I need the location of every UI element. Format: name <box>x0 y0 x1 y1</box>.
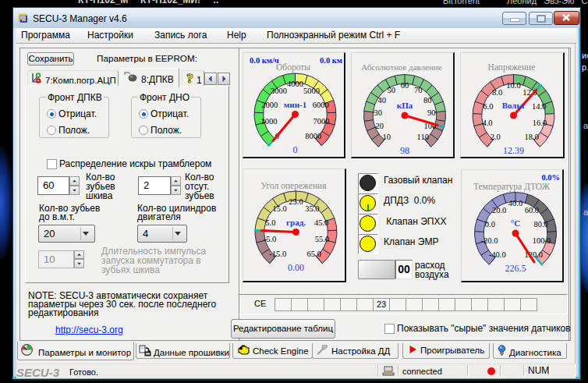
svg-text:70: 70 <box>414 86 423 94</box>
svg-text:6000: 6000 <box>313 101 329 109</box>
svg-text:60: 60 <box>401 81 409 90</box>
svg-text:Вольт: Вольт <box>502 101 526 110</box>
svg-text:7000: 7000 <box>313 117 329 126</box>
svg-text:100.0: 100.0 <box>533 236 551 245</box>
svg-text:3000: 3000 <box>271 87 287 95</box>
svg-text:0.00: 0.00 <box>288 262 304 273</box>
svg-text:10: 10 <box>383 133 391 141</box>
svg-text:0: 0 <box>293 144 298 155</box>
svg-text:12.39: 12.39 <box>503 145 524 156</box>
svg-text:0.0: 0.0 <box>485 220 495 229</box>
svg-text:15.0: 15.0 <box>272 204 286 213</box>
svg-text:40: 40 <box>378 96 387 105</box>
svg-text:°C: °C <box>511 218 520 228</box>
svg-text:80.0: 80.0 <box>533 220 547 229</box>
svg-text:55.0: 55.0 <box>315 235 329 243</box>
svg-text:20.0: 20.0 <box>492 206 506 215</box>
svg-text:4.0: 4.0 <box>482 119 492 127</box>
svg-text:8.0: 8.0 <box>492 88 502 97</box>
svg-text:град.: град. <box>286 218 306 227</box>
svg-text:14.0: 14.0 <box>532 102 546 111</box>
svg-text:60.0: 60.0 <box>525 206 539 215</box>
svg-text:65.0: 65.0 <box>307 250 321 258</box>
svg-text:6.0: 6.0 <box>483 102 493 111</box>
svg-text:5.0: 5.0 <box>265 218 275 227</box>
svg-text:50: 50 <box>387 86 395 94</box>
svg-text:мин-1: мин-1 <box>284 100 306 109</box>
svg-text:80: 80 <box>423 96 432 105</box>
svg-text:16.0: 16.0 <box>533 119 547 127</box>
svg-text:2.0: 2.0 <box>491 133 501 141</box>
svg-text:98: 98 <box>400 145 409 156</box>
svg-text:-40.0: -40.0 <box>489 250 506 259</box>
svg-text:110: 110 <box>417 133 429 141</box>
svg-text:-5.0: -5.0 <box>264 235 277 243</box>
svg-text:226.5: 226.5 <box>505 263 526 274</box>
svg-text:90: 90 <box>427 108 436 117</box>
svg-text:кПа: кПа <box>397 101 413 110</box>
svg-text:5000: 5000 <box>303 87 320 95</box>
svg-text:?: ? <box>186 72 193 85</box>
svg-text:-15.0: -15.0 <box>269 250 286 258</box>
svg-text:2000: 2000 <box>261 101 278 109</box>
svg-text:-20.0: -20.0 <box>481 236 498 245</box>
svg-text:40.0: 40.0 <box>508 199 522 207</box>
svg-text:45.0: 45.0 <box>314 218 328 227</box>
svg-text:25.0: 25.0 <box>289 197 303 206</box>
svg-text:20: 20 <box>375 122 384 130</box>
svg-text:30: 30 <box>374 108 382 117</box>
svg-text:4000: 4000 <box>287 80 303 88</box>
svg-text:10.0: 10.0 <box>506 81 520 90</box>
svg-text:18.0: 18.0 <box>525 133 539 141</box>
svg-text:35.0: 35.0 <box>305 204 319 213</box>
svg-text:1000: 1000 <box>261 117 278 126</box>
svg-text:8000: 8000 <box>305 132 321 140</box>
